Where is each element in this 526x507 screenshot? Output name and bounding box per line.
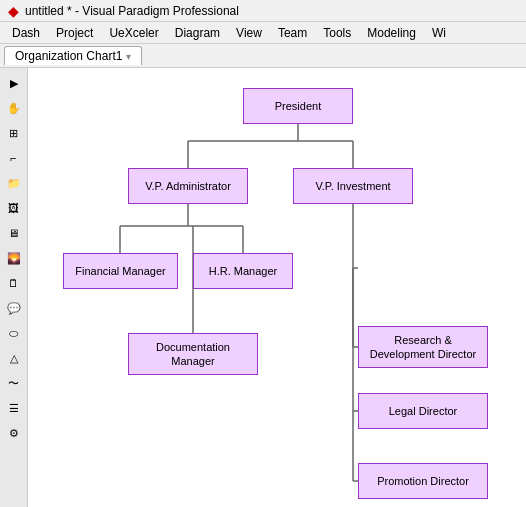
menu-item-modeling[interactable]: Modeling — [359, 24, 424, 42]
settings-tool[interactable]: ⚙ — [3, 422, 25, 444]
president-node[interactable]: President — [243, 88, 353, 124]
toolbar: ▶✋⊞⌐📁🖼🖥🌄🗒💬⬭△〜☰⚙ — [0, 68, 28, 507]
lines-tool[interactable]: ☰ — [3, 397, 25, 419]
menu-item-uexceler[interactable]: UeXceler — [101, 24, 166, 42]
menubar: DashProjectUeXcelerDiagramViewTeamToolsM… — [0, 22, 526, 44]
vp-admin-node[interactable]: V.P. Administrator — [128, 168, 248, 204]
triangle-tool[interactable]: △ — [3, 347, 25, 369]
note-tool[interactable]: 🗒 — [3, 272, 25, 294]
title-text: untitled * - Visual Paradigm Professiona… — [25, 4, 239, 18]
rnd-dir-node[interactable]: Research & Development Director — [358, 326, 488, 368]
menu-item-view[interactable]: View — [228, 24, 270, 42]
wave-tool[interactable]: 〜 — [3, 372, 25, 394]
fin-mgr-node[interactable]: Financial Manager — [63, 253, 178, 289]
menu-item-team[interactable]: Team — [270, 24, 315, 42]
photo-tool[interactable]: 🌄 — [3, 247, 25, 269]
menu-item-diagram[interactable]: Diagram — [167, 24, 228, 42]
diagram-tab[interactable]: Organization Chart1 ▾ — [4, 46, 142, 65]
line-tool[interactable]: ⌐ — [3, 147, 25, 169]
app-icon: ◆ — [8, 3, 19, 19]
screen-tool[interactable]: 🖥 — [3, 222, 25, 244]
tab-close-button[interactable]: ▾ — [126, 51, 131, 62]
zoom[interactable]: ⊞ — [3, 122, 25, 144]
pan[interactable]: ✋ — [3, 97, 25, 119]
oval-tool[interactable]: ⬭ — [3, 322, 25, 344]
hr-mgr-node[interactable]: H.R. Manager — [193, 253, 293, 289]
select[interactable]: ▶ — [3, 72, 25, 94]
main-layout: ▶✋⊞⌐📁🖼🖥🌄🗒💬⬭△〜☰⚙ — [0, 68, 526, 507]
menu-item-project[interactable]: Project — [48, 24, 101, 42]
menu-item-wi[interactable]: Wi — [424, 24, 454, 42]
menu-item-tools[interactable]: Tools — [315, 24, 359, 42]
image-tool[interactable]: 🖼 — [3, 197, 25, 219]
vp-invest-node[interactable]: V.P. Investment — [293, 168, 413, 204]
titlebar: ◆ untitled * - Visual Paradigm Professio… — [0, 0, 526, 22]
legal-dir-node[interactable]: Legal Director — [358, 393, 488, 429]
canvas[interactable]: President V.P. Administrator V.P. Invest… — [28, 68, 526, 507]
folder-tool[interactable]: 📁 — [3, 172, 25, 194]
menu-item-dash[interactable]: Dash — [4, 24, 48, 42]
tab-label: Organization Chart1 — [15, 49, 122, 63]
chat-tool[interactable]: 💬 — [3, 297, 25, 319]
doc-mgr-node[interactable]: Documentation Manager — [128, 333, 258, 375]
tabbar: Organization Chart1 ▾ — [0, 44, 526, 68]
promo-dir-node[interactable]: Promotion Director — [358, 463, 488, 499]
